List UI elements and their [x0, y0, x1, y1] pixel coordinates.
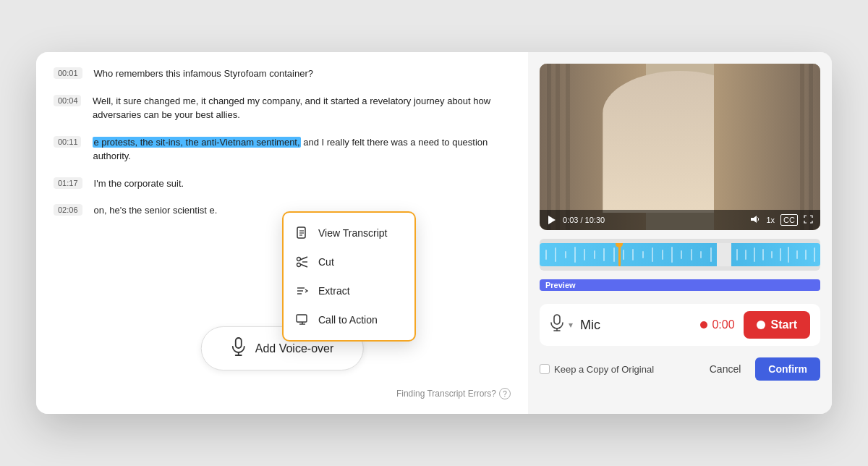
- start-btn-icon: [757, 321, 765, 329]
- monitor-icon: [295, 313, 310, 327]
- timestamp-5: 02:06: [54, 204, 82, 216]
- timestamp-3: 00:11: [54, 136, 81, 148]
- total-time: 10:30: [585, 216, 605, 224]
- confirm-button[interactable]: Confirm: [755, 357, 820, 381]
- context-menu: View Transcript Cut: [282, 211, 416, 342]
- microphone-icon: [231, 337, 247, 360]
- menu-item-call-to-action[interactable]: Call to Action: [284, 305, 414, 334]
- record-time-display: 0:00: [712, 318, 734, 331]
- volume-icon[interactable]: [750, 215, 760, 226]
- fullscreen-icon[interactable]: [804, 215, 813, 226]
- finding-errors-text: Finding Transcript Errors?: [396, 389, 496, 399]
- start-button-label: Start: [771, 318, 797, 331]
- keep-copy-checkbox[interactable]: [540, 364, 550, 374]
- document-icon: [295, 226, 310, 240]
- menu-item-view-transcript[interactable]: View Transcript: [284, 219, 414, 247]
- app-container: 00:01 Who remembers this infamous Styrof…: [36, 52, 832, 414]
- play-button[interactable]: [547, 215, 557, 225]
- video-background: [540, 64, 820, 230]
- svg-marker-19: [751, 216, 757, 223]
- svg-rect-12: [297, 315, 307, 322]
- svg-line-6: [300, 257, 307, 260]
- menu-item-cut-label: Cut: [318, 256, 334, 268]
- cancel-button[interactable]: Cancel: [702, 359, 749, 379]
- record-time: 0:00: [700, 318, 734, 331]
- menu-item-extract-label: Extract: [318, 285, 350, 297]
- start-record-button[interactable]: Start: [744, 311, 810, 339]
- transcript-text-5: on, he's the senior scientist e.: [94, 203, 218, 218]
- svg-point-4: [297, 258, 301, 261]
- waveform-segment-1: [540, 243, 717, 266]
- transcript-row-highlighted: 00:11 e protests, the sit-ins, the anti-…: [54, 135, 511, 164]
- help-icon[interactable]: ?: [499, 388, 511, 399]
- mic-selector[interactable]: ▾ Mic: [550, 314, 692, 336]
- transcript-row: 00:01 Who remembers this infamous Styrof…: [54, 67, 511, 81]
- mic-selector-icon: [550, 314, 564, 336]
- finding-errors-row: Finding Transcript Errors? ?: [396, 388, 511, 399]
- mic-record-section: ▾ Mic 0:00 Start: [540, 304, 820, 346]
- scissors-icon: [295, 255, 310, 269]
- video-controls: 0:03 / 10:30 1x CC: [540, 210, 820, 230]
- menu-item-view-transcript-label: View Transcript: [318, 227, 387, 239]
- keep-copy-text: Keep a Copy of Original: [554, 364, 654, 375]
- add-voiceover-label: Add Voice-over: [255, 342, 334, 355]
- timestamp-1: 00:01: [54, 67, 82, 79]
- extract-icon: [295, 284, 310, 298]
- keep-copy-label[interactable]: Keep a Copy of Original: [540, 364, 695, 375]
- curtain-right: [714, 64, 820, 230]
- transcript-text-4: I'm the corporate suit.: [94, 177, 184, 191]
- svg-rect-15: [236, 338, 242, 348]
- highlighted-text: e protests, the sit-ins, the anti-Vietna…: [93, 137, 300, 148]
- bottom-action-row: Keep a Copy of Original Cancel Confirm: [540, 357, 820, 381]
- waveform-segment-2: [731, 243, 820, 266]
- waveform-area[interactable]: [540, 239, 820, 271]
- waveform-track: [540, 243, 820, 266]
- menu-item-cut[interactable]: Cut: [284, 247, 414, 276]
- transcript-text-2: Well, it sure changed me, it changed my …: [93, 94, 511, 122]
- current-time: 0:03: [563, 216, 578, 224]
- video-panel: 0:03 / 10:30 1x CC: [528, 52, 832, 414]
- timestamp-4: 01:17: [54, 177, 82, 189]
- preview-badge: Preview: [540, 279, 820, 291]
- transcript-row: 00:04 Well, it sure changed me, it chang…: [54, 94, 511, 122]
- record-indicator-dot: [700, 321, 707, 329]
- transcript-row: 01:17 I'm the corporate suit.: [54, 177, 511, 191]
- mic-label: Mic: [580, 318, 600, 333]
- video-player: 0:03 / 10:30 1x CC: [540, 64, 820, 230]
- speed-label[interactable]: 1x: [766, 216, 775, 224]
- cc-icon[interactable]: CC: [780, 214, 798, 226]
- transcript-text-1: Who remembers this infamous Styrofoam co…: [94, 67, 313, 81]
- svg-point-5: [297, 263, 301, 267]
- transcript-text-3: e protests, the sit-ins, the anti-Vietna…: [93, 135, 511, 164]
- menu-item-extract[interactable]: Extract: [284, 276, 414, 305]
- svg-rect-20: [554, 315, 560, 324]
- svg-marker-18: [548, 216, 556, 224]
- transcript-panel: 00:01 Who remembers this infamous Styrof…: [36, 52, 528, 414]
- menu-item-call-to-action-label: Call to Action: [318, 314, 378, 326]
- svg-line-7: [300, 264, 307, 267]
- timestamp-2: 00:04: [54, 95, 81, 106]
- curtain-scene: [540, 64, 820, 230]
- playhead[interactable]: [618, 243, 621, 266]
- time-display: 0:03 / 10:30: [563, 216, 744, 224]
- mic-dropdown-chevron[interactable]: ▾: [569, 320, 573, 330]
